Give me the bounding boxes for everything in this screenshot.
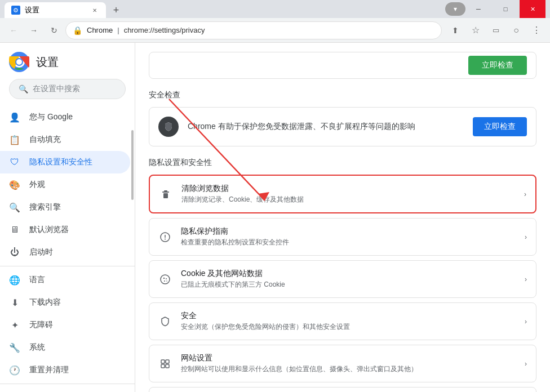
sidebar-nav: 👤 您与 Google 📋 自动填充 🛡 隐私设置和安全性 🎨 外观 🔍 搜索引… xyxy=(0,106,135,392)
restore-button[interactable]: □ xyxy=(493,0,518,18)
reset-icon: 🕐 xyxy=(9,365,20,376)
chrome-dropdown[interactable]: ▾ xyxy=(445,2,465,16)
svg-point-3 xyxy=(16,59,22,65)
privacy-guide-title: 隐私保护指南 xyxy=(181,226,525,237)
active-tab[interactable]: ⚙ 设置 ✕ xyxy=(5,2,106,18)
sidebar-item-label: 自动填充 xyxy=(29,135,61,145)
sidebar-item-system[interactable]: 🔧 系统 xyxy=(0,336,130,359)
new-tab-button[interactable]: + xyxy=(108,2,124,18)
security-title: 安全 xyxy=(181,311,525,321)
downloads-icon: ⬇ xyxy=(9,297,20,308)
clear-browsing-desc: 清除浏览记录、Cookie、缓存及其他数据 xyxy=(181,195,524,204)
account-button[interactable]: ○ xyxy=(507,21,525,39)
minimize-button[interactable]: ─ xyxy=(465,0,491,18)
sidebar-item-label: 隐私设置和安全性 xyxy=(29,157,92,167)
security-item[interactable]: 安全 安全浏览（保护您免受危险网站的侵害）和其他安全设置 › xyxy=(149,302,536,340)
default-browser-icon: 🖥 xyxy=(9,225,20,235)
svg-rect-19 xyxy=(161,364,165,368)
site-settings-content: 网站设置 控制网站可以使用和显示什么信息（如位置信息、摄像头、弹出式窗口及其他） xyxy=(181,353,525,374)
back-button[interactable]: ← xyxy=(5,21,23,39)
sidebar-scrollbar xyxy=(131,130,134,200)
language-icon: 🌐 xyxy=(9,275,20,286)
sidebar-item-language[interactable]: 🌐 语言 xyxy=(0,269,130,291)
sidebar-header: 设置 xyxy=(0,43,135,77)
sidebar-item-appearance[interactable]: 🎨 外观 xyxy=(0,173,130,196)
settings-search-bar[interactable]: 🔍 在设置中搜索 xyxy=(9,79,126,99)
sidebar-item-label: 下载内容 xyxy=(29,297,61,308)
share-button[interactable]: ⬆ xyxy=(446,21,464,39)
privacy-guide-content: 隐私保护指南 检查重要的隐私控制设置和安全控件 xyxy=(181,226,525,247)
cookies-item[interactable]: Cookie 及其他网站数据 已阻止无痕模式下的第三方 Cookie › xyxy=(149,260,536,298)
content-area: 立即检查 安全检查 Chrome 有助于保护您免受数据泄露、不良扩展程序等问题的… xyxy=(135,43,550,392)
green-action-button[interactable]: 立即检查 xyxy=(468,56,527,75)
safety-shield-icon xyxy=(158,117,179,137)
sidebar-icon: ▭ xyxy=(493,26,499,34)
sidebar-divider xyxy=(0,266,135,266)
check-now-button[interactable]: 立即检查 xyxy=(473,117,527,136)
system-icon: 🔧 xyxy=(9,342,20,353)
safety-check-card: Chrome 有助于保护您免受数据泄露、不良扩展程序等问题的影响 立即检查 xyxy=(149,107,536,146)
security-icon: 🔒 xyxy=(73,26,82,35)
tab-favicon: ⚙ xyxy=(11,6,20,15)
address-url: chrome://settings/privacy xyxy=(124,26,205,34)
share-icon: ⬆ xyxy=(452,26,459,35)
sidebar-item-label: 默认浏览器 xyxy=(29,225,69,235)
sidebar-item-google-account[interactable]: 👤 您与 Google xyxy=(0,106,130,128)
svg-point-13 xyxy=(163,277,165,278)
sidebar-item-default-browser[interactable]: 🖥 默认浏览器 xyxy=(0,219,130,241)
privacy-sandbox-item[interactable]: 隐私沙盒 ↗ xyxy=(149,387,536,392)
sidebar-item-reset[interactable]: 🕐 重置并清理 xyxy=(0,359,130,381)
sidebar-button[interactable]: ▭ xyxy=(487,21,505,39)
clear-browsing-item[interactable]: 清除浏览数据 清除浏览记录、Cookie、缓存及其他数据 › xyxy=(149,175,536,213)
security-desc: 安全浏览（保护您免受危险网站的侵害）和其他安全设置 xyxy=(181,322,525,332)
menu-button[interactable]: ⋮ xyxy=(527,21,545,39)
sidebar-item-label: 系统 xyxy=(29,342,45,353)
content-inner: 立即检查 安全检查 Chrome 有助于保护您免受数据泄露、不良扩展程序等问题的… xyxy=(135,43,550,392)
clear-browsing-title: 清除浏览数据 xyxy=(181,184,524,194)
sidebar-item-downloads[interactable]: ⬇ 下载内容 xyxy=(0,291,130,314)
clear-browsing-content: 清除浏览数据 清除浏览记录、Cookie、缓存及其他数据 xyxy=(181,184,524,204)
sidebar-item-startup[interactable]: ⏻ 启动时 xyxy=(0,241,130,264)
sidebar-item-extensions[interactable]: 🧩 扩展程序 ↗ xyxy=(0,386,130,392)
address-domain: Chrome xyxy=(87,26,113,34)
svg-rect-17 xyxy=(161,360,165,363)
search-placeholder: 在设置中搜索 xyxy=(33,84,80,94)
google-account-icon: 👤 xyxy=(9,112,20,123)
svg-rect-6 xyxy=(163,193,168,198)
safety-check-text: Chrome 有助于保护您免受数据泄露、不良扩展程序等问题的影响 xyxy=(188,122,464,132)
titlebar: ⚙ 设置 ✕ + ▾ ─ □ ✕ xyxy=(0,0,550,18)
address-bar[interactable]: 🔒 Chrome | chrome://settings/privacy xyxy=(65,21,442,39)
forward-icon: → xyxy=(30,26,38,35)
sidebar-divider-2 xyxy=(0,384,135,384)
site-settings-title: 网站设置 xyxy=(181,353,525,363)
chevron-right-icon: › xyxy=(525,275,527,283)
startup-icon: ⏻ xyxy=(9,247,20,257)
sidebar-item-label: 语言 xyxy=(29,275,45,285)
cookies-title: Cookie 及其他网站数据 xyxy=(181,269,525,279)
chevron-right-icon: › xyxy=(525,233,527,241)
sidebar-title: 设置 xyxy=(36,55,59,70)
forward-button[interactable]: → xyxy=(25,21,43,39)
chrome-logo xyxy=(9,52,29,72)
nav-action-icons: ⬆ ☆ ▭ ○ ⋮ xyxy=(446,21,545,39)
menu-icon: ⋮ xyxy=(532,25,541,35)
site-settings-item[interactable]: 网站设置 控制网站可以使用和显示什么信息（如位置信息、摄像头、弹出式窗口及其他）… xyxy=(149,345,536,382)
sidebar-item-accessibility[interactable]: ✦ 无障碍 xyxy=(0,314,130,336)
sidebar-item-label: 搜索引擎 xyxy=(29,202,61,212)
sidebar-item-autofill[interactable]: 📋 自动填充 xyxy=(0,128,130,151)
back-icon: ← xyxy=(10,26,17,35)
sidebar-item-privacy[interactable]: 🛡 隐私设置和安全性 xyxy=(0,151,130,173)
navbar: ← → ↻ 🔒 Chrome | chrome://settings/priva… xyxy=(0,18,550,43)
tab-close-button[interactable]: ✕ xyxy=(90,6,99,15)
refresh-button[interactable]: ↻ xyxy=(45,21,63,39)
svg-point-14 xyxy=(166,278,167,279)
sidebar-item-search[interactable]: 🔍 搜索引擎 xyxy=(0,196,130,219)
security-content: 安全 安全浏览（保护您免受危险网站的侵害）和其他安全设置 xyxy=(181,311,525,332)
privacy-guide-icon xyxy=(158,230,172,244)
bookmark-button[interactable]: ☆ xyxy=(467,21,485,39)
tab-bar: ⚙ 设置 ✕ + xyxy=(5,0,443,18)
settings-icon: ⚙ xyxy=(13,7,19,14)
privacy-guide-item[interactable]: 隐私保护指南 检查重要的隐私控制设置和安全控件 › xyxy=(149,218,536,256)
sidebar-item-label: 您与 Google xyxy=(29,112,73,122)
close-button[interactable]: ✕ xyxy=(520,0,545,18)
